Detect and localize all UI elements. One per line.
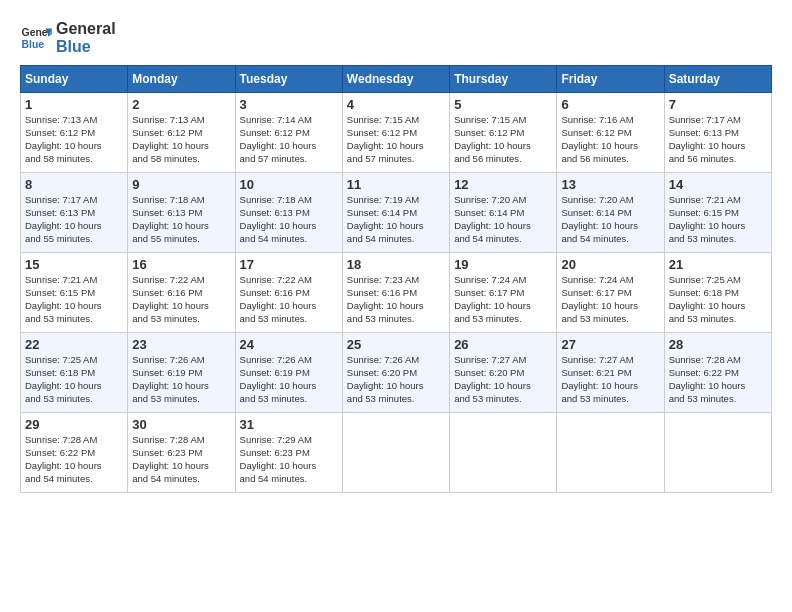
day-info: Sunrise: 7:18 AM Sunset: 6:13 PM Dayligh… bbox=[132, 194, 230, 245]
calendar-header-row: SundayMondayTuesdayWednesdayThursdayFrid… bbox=[21, 66, 772, 93]
logo: General Blue General Blue bbox=[20, 20, 116, 55]
day-info: Sunrise: 7:17 AM Sunset: 6:13 PM Dayligh… bbox=[25, 194, 123, 245]
day-info: Sunrise: 7:17 AM Sunset: 6:13 PM Dayligh… bbox=[669, 114, 767, 165]
calendar-cell: 31Sunrise: 7:29 AM Sunset: 6:23 PM Dayli… bbox=[235, 413, 342, 493]
calendar-cell: 3Sunrise: 7:14 AM Sunset: 6:12 PM Daylig… bbox=[235, 93, 342, 173]
day-number: 3 bbox=[240, 97, 338, 112]
calendar-cell: 10Sunrise: 7:18 AM Sunset: 6:13 PM Dayli… bbox=[235, 173, 342, 253]
day-number: 20 bbox=[561, 257, 659, 272]
day-number: 5 bbox=[454, 97, 552, 112]
day-number: 25 bbox=[347, 337, 445, 352]
calendar-week-row: 22Sunrise: 7:25 AM Sunset: 6:18 PM Dayli… bbox=[21, 333, 772, 413]
day-number: 12 bbox=[454, 177, 552, 192]
day-info: Sunrise: 7:28 AM Sunset: 6:22 PM Dayligh… bbox=[669, 354, 767, 405]
calendar-cell: 14Sunrise: 7:21 AM Sunset: 6:15 PM Dayli… bbox=[664, 173, 771, 253]
calendar-cell: 4Sunrise: 7:15 AM Sunset: 6:12 PM Daylig… bbox=[342, 93, 449, 173]
calendar-cell: 5Sunrise: 7:15 AM Sunset: 6:12 PM Daylig… bbox=[450, 93, 557, 173]
calendar-cell: 24Sunrise: 7:26 AM Sunset: 6:19 PM Dayli… bbox=[235, 333, 342, 413]
calendar-cell: 18Sunrise: 7:23 AM Sunset: 6:16 PM Dayli… bbox=[342, 253, 449, 333]
day-number: 19 bbox=[454, 257, 552, 272]
day-info: Sunrise: 7:15 AM Sunset: 6:12 PM Dayligh… bbox=[454, 114, 552, 165]
day-info: Sunrise: 7:19 AM Sunset: 6:14 PM Dayligh… bbox=[347, 194, 445, 245]
header-wednesday: Wednesday bbox=[342, 66, 449, 93]
day-info: Sunrise: 7:21 AM Sunset: 6:15 PM Dayligh… bbox=[669, 194, 767, 245]
calendar-cell: 2Sunrise: 7:13 AM Sunset: 6:12 PM Daylig… bbox=[128, 93, 235, 173]
calendar-table: SundayMondayTuesdayWednesdayThursdayFrid… bbox=[20, 65, 772, 493]
calendar-cell: 28Sunrise: 7:28 AM Sunset: 6:22 PM Dayli… bbox=[664, 333, 771, 413]
day-number: 21 bbox=[669, 257, 767, 272]
day-info: Sunrise: 7:20 AM Sunset: 6:14 PM Dayligh… bbox=[454, 194, 552, 245]
day-info: Sunrise: 7:21 AM Sunset: 6:15 PM Dayligh… bbox=[25, 274, 123, 325]
calendar-cell: 19Sunrise: 7:24 AM Sunset: 6:17 PM Dayli… bbox=[450, 253, 557, 333]
day-number: 6 bbox=[561, 97, 659, 112]
day-info: Sunrise: 7:24 AM Sunset: 6:17 PM Dayligh… bbox=[454, 274, 552, 325]
calendar-cell: 11Sunrise: 7:19 AM Sunset: 6:14 PM Dayli… bbox=[342, 173, 449, 253]
calendar-cell: 15Sunrise: 7:21 AM Sunset: 6:15 PM Dayli… bbox=[21, 253, 128, 333]
day-number: 27 bbox=[561, 337, 659, 352]
calendar-cell: 26Sunrise: 7:27 AM Sunset: 6:20 PM Dayli… bbox=[450, 333, 557, 413]
header-sunday: Sunday bbox=[21, 66, 128, 93]
calendar-cell: 29Sunrise: 7:28 AM Sunset: 6:22 PM Dayli… bbox=[21, 413, 128, 493]
day-number: 29 bbox=[25, 417, 123, 432]
day-info: Sunrise: 7:22 AM Sunset: 6:16 PM Dayligh… bbox=[132, 274, 230, 325]
day-number: 10 bbox=[240, 177, 338, 192]
day-info: Sunrise: 7:29 AM Sunset: 6:23 PM Dayligh… bbox=[240, 434, 338, 485]
day-number: 17 bbox=[240, 257, 338, 272]
logo-text-line2: Blue bbox=[56, 38, 116, 56]
day-number: 18 bbox=[347, 257, 445, 272]
day-number: 9 bbox=[132, 177, 230, 192]
day-number: 4 bbox=[347, 97, 445, 112]
day-number: 1 bbox=[25, 97, 123, 112]
day-info: Sunrise: 7:25 AM Sunset: 6:18 PM Dayligh… bbox=[25, 354, 123, 405]
calendar-cell: 22Sunrise: 7:25 AM Sunset: 6:18 PM Dayli… bbox=[21, 333, 128, 413]
day-info: Sunrise: 7:28 AM Sunset: 6:22 PM Dayligh… bbox=[25, 434, 123, 485]
day-info: Sunrise: 7:26 AM Sunset: 6:19 PM Dayligh… bbox=[132, 354, 230, 405]
day-info: Sunrise: 7:27 AM Sunset: 6:21 PM Dayligh… bbox=[561, 354, 659, 405]
calendar-week-row: 29Sunrise: 7:28 AM Sunset: 6:22 PM Dayli… bbox=[21, 413, 772, 493]
calendar-week-row: 1Sunrise: 7:13 AM Sunset: 6:12 PM Daylig… bbox=[21, 93, 772, 173]
day-number: 26 bbox=[454, 337, 552, 352]
calendar-cell: 13Sunrise: 7:20 AM Sunset: 6:14 PM Dayli… bbox=[557, 173, 664, 253]
day-info: Sunrise: 7:15 AM Sunset: 6:12 PM Dayligh… bbox=[347, 114, 445, 165]
day-info: Sunrise: 7:26 AM Sunset: 6:20 PM Dayligh… bbox=[347, 354, 445, 405]
calendar-cell: 7Sunrise: 7:17 AM Sunset: 6:13 PM Daylig… bbox=[664, 93, 771, 173]
day-info: Sunrise: 7:14 AM Sunset: 6:12 PM Dayligh… bbox=[240, 114, 338, 165]
day-info: Sunrise: 7:20 AM Sunset: 6:14 PM Dayligh… bbox=[561, 194, 659, 245]
day-number: 15 bbox=[25, 257, 123, 272]
calendar-week-row: 15Sunrise: 7:21 AM Sunset: 6:15 PM Dayli… bbox=[21, 253, 772, 333]
calendar-cell: 30Sunrise: 7:28 AM Sunset: 6:23 PM Dayli… bbox=[128, 413, 235, 493]
header-tuesday: Tuesday bbox=[235, 66, 342, 93]
calendar-cell: 1Sunrise: 7:13 AM Sunset: 6:12 PM Daylig… bbox=[21, 93, 128, 173]
day-info: Sunrise: 7:24 AM Sunset: 6:17 PM Dayligh… bbox=[561, 274, 659, 325]
calendar-cell: 16Sunrise: 7:22 AM Sunset: 6:16 PM Dayli… bbox=[128, 253, 235, 333]
day-info: Sunrise: 7:16 AM Sunset: 6:12 PM Dayligh… bbox=[561, 114, 659, 165]
day-info: Sunrise: 7:25 AM Sunset: 6:18 PM Dayligh… bbox=[669, 274, 767, 325]
header-monday: Monday bbox=[128, 66, 235, 93]
day-number: 22 bbox=[25, 337, 123, 352]
calendar-cell: 6Sunrise: 7:16 AM Sunset: 6:12 PM Daylig… bbox=[557, 93, 664, 173]
day-info: Sunrise: 7:22 AM Sunset: 6:16 PM Dayligh… bbox=[240, 274, 338, 325]
calendar-cell bbox=[450, 413, 557, 493]
calendar-cell: 21Sunrise: 7:25 AM Sunset: 6:18 PM Dayli… bbox=[664, 253, 771, 333]
day-info: Sunrise: 7:28 AM Sunset: 6:23 PM Dayligh… bbox=[132, 434, 230, 485]
day-info: Sunrise: 7:18 AM Sunset: 6:13 PM Dayligh… bbox=[240, 194, 338, 245]
calendar-cell: 23Sunrise: 7:26 AM Sunset: 6:19 PM Dayli… bbox=[128, 333, 235, 413]
page-header: General Blue General Blue bbox=[20, 20, 772, 55]
day-number: 31 bbox=[240, 417, 338, 432]
day-info: Sunrise: 7:13 AM Sunset: 6:12 PM Dayligh… bbox=[132, 114, 230, 165]
day-number: 28 bbox=[669, 337, 767, 352]
day-info: Sunrise: 7:27 AM Sunset: 6:20 PM Dayligh… bbox=[454, 354, 552, 405]
calendar-cell: 27Sunrise: 7:27 AM Sunset: 6:21 PM Dayli… bbox=[557, 333, 664, 413]
day-info: Sunrise: 7:26 AM Sunset: 6:19 PM Dayligh… bbox=[240, 354, 338, 405]
day-number: 7 bbox=[669, 97, 767, 112]
svg-text:Blue: Blue bbox=[22, 38, 45, 49]
day-number: 23 bbox=[132, 337, 230, 352]
day-number: 16 bbox=[132, 257, 230, 272]
calendar-cell: 12Sunrise: 7:20 AM Sunset: 6:14 PM Dayli… bbox=[450, 173, 557, 253]
calendar-week-row: 8Sunrise: 7:17 AM Sunset: 6:13 PM Daylig… bbox=[21, 173, 772, 253]
header-saturday: Saturday bbox=[664, 66, 771, 93]
calendar-cell bbox=[342, 413, 449, 493]
calendar-cell: 25Sunrise: 7:26 AM Sunset: 6:20 PM Dayli… bbox=[342, 333, 449, 413]
logo-text-line1: General bbox=[56, 20, 116, 38]
day-info: Sunrise: 7:13 AM Sunset: 6:12 PM Dayligh… bbox=[25, 114, 123, 165]
